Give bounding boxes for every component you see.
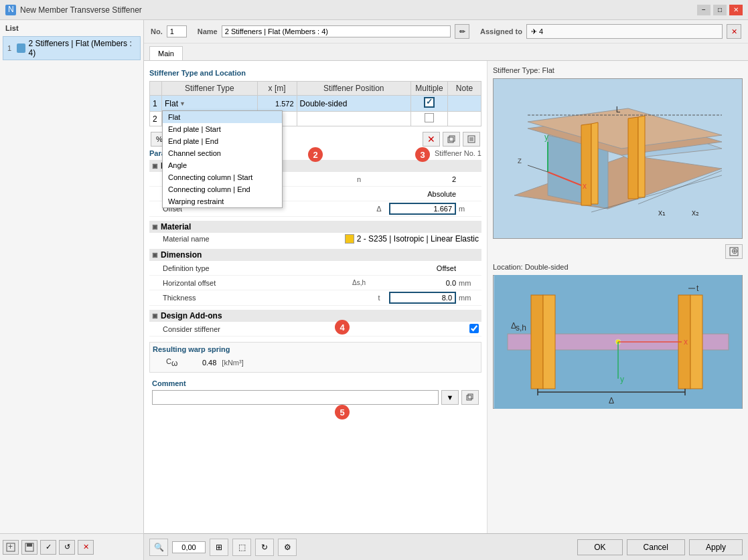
row1-multiple-checkbox[interactable] [424, 97, 435, 108]
svg-text:z: z [518, 156, 522, 165]
dropdown-item-ep-start[interactable]: End plate | Start [163, 123, 282, 135]
rotate-btn[interactable]: ↻ [255, 539, 274, 556]
delete-btn[interactable]: ✕ [423, 132, 440, 147]
consider-stiffener-checkbox[interactable] [469, 324, 479, 333]
cancel-button[interactable]: Cancel [627, 539, 685, 555]
save-btn[interactable] [21, 540, 38, 555]
comment-attach-btn[interactable]: ▼ [441, 390, 459, 405]
copy-btn[interactable] [443, 132, 460, 147]
resulting-title: Resulting warp spring [153, 345, 478, 353]
name-input[interactable] [222, 25, 451, 37]
dropdown-item-channel[interactable]: Channel section [163, 147, 282, 159]
close-btn[interactable]: ✕ [729, 5, 743, 15]
row1-num: 1 [150, 96, 162, 112]
dropdown-item-angle[interactable]: Angle [163, 159, 282, 171]
settings-btn[interactable]: ⚙ [278, 539, 297, 556]
no-input[interactable] [167, 25, 187, 37]
svg-text:s,h: s,h [516, 323, 526, 333]
dropdown-item-ep-end[interactable]: End plate | End [163, 135, 282, 147]
svg-rect-37 [543, 295, 555, 389]
window-controls[interactable]: − □ ✕ [697, 5, 743, 15]
dropdown-item-flat[interactable]: Flat [163, 111, 282, 123]
offset-input[interactable] [389, 203, 456, 215]
row2-multiple-checkbox[interactable] [425, 113, 434, 122]
thickness-row: Thickness t mm [149, 290, 481, 306]
consider-stiffener-label: Consider stiffener [163, 325, 372, 333]
comment-input[interactable] [152, 390, 439, 405]
collapse-icon: ▣ [152, 163, 158, 169]
svg-rect-3 [449, 136, 455, 141]
horiz-offset-row: Horizontal offset Δs,h 0.0 mm [149, 276, 481, 290]
comment-copy-btn[interactable] [461, 390, 479, 405]
row2-multiple-cell[interactable] [411, 112, 448, 126]
col-num [150, 82, 162, 96]
type-dropdown[interactable]: Flat End plate | Start End plate | End C… [162, 110, 283, 208]
check-btn[interactable]: ✓ [40, 540, 56, 555]
app-icon: N [5, 5, 16, 15]
material-name-label: Material name [163, 235, 345, 243]
svg-marker-17 [591, 122, 598, 204]
svg-rect-36 [531, 295, 543, 389]
left-delete-btn[interactable]: ✕ [78, 540, 94, 555]
svg-rect-9 [468, 394, 473, 399]
grid-btn[interactable]: ⊞ [210, 539, 228, 556]
col-position: Stiffener Position [297, 82, 410, 96]
dimension-title[interactable]: ▣ Dimension [149, 249, 481, 261]
row2-note [448, 112, 481, 126]
thickness-unit: mm [459, 294, 479, 302]
svg-text:x₁: x₁ [658, 208, 666, 217]
svg-rect-39 [690, 295, 702, 389]
svg-marker-18 [628, 117, 638, 199]
svg-text:x: x [583, 181, 587, 191]
window-title: New Member Transverse Stiffener [20, 5, 693, 15]
paste-btn[interactable] [463, 132, 480, 147]
svg-rect-2 [448, 137, 453, 143]
horiz-offset-value: 0.0 [369, 279, 456, 287]
select-btn[interactable]: ⬚ [232, 539, 251, 556]
list-item[interactable]: 1 2 Stiffeners | Flat (Members : 4) [3, 36, 141, 60]
bottom-diagram: x y Δ t Δ [493, 275, 743, 409]
name-group: Name ✏ [198, 24, 469, 39]
new-btn[interactable]: + [3, 540, 19, 555]
minimize-btn[interactable]: − [697, 5, 710, 15]
dropdown-item-warp[interactable]: Warping restraint [163, 195, 282, 207]
row1-type-arrow[interactable]: ▼ [179, 100, 185, 107]
list-item-label: 2 Stiffeners | Flat (Members : 4) [28, 39, 136, 58]
right-diagram: Stiffener Type: Flat [487, 61, 748, 533]
row2-num: 2 [150, 112, 162, 126]
comment-row: ▼ [152, 390, 479, 405]
refresh-btn[interactable]: ↺ [59, 540, 75, 555]
row1-x-input[interactable] [260, 100, 294, 108]
row1-x-cell[interactable] [257, 96, 297, 112]
dropdown-item-col-end[interactable]: Connecting column | End [163, 183, 282, 195]
row1-type-cell[interactable]: Flat ▼ Flat End plate | Start End plate … [162, 96, 258, 112]
row1-multiple-cell[interactable] [411, 96, 448, 112]
dropdown-item-col-start[interactable]: Connecting column | Start [163, 171, 282, 183]
collapse-icon4: ▣ [152, 312, 158, 319]
svg-text:y: y [620, 375, 624, 384]
assigned-clear-btn[interactable]: ✕ [727, 24, 741, 39]
search-btn[interactable]: 🔍 [149, 539, 168, 556]
svg-text:Δ: Δ [608, 396, 613, 405]
col-x: x [m] [257, 82, 297, 96]
material-title[interactable]: ▣ Material [149, 221, 481, 233]
ok-button[interactable]: OK [577, 539, 622, 555]
resulting-unit: [kNm³] [222, 359, 243, 367]
name-label: Name [198, 27, 218, 35]
svg-text:y: y [544, 132, 548, 142]
bottom-diagram-svg: x y Δ t Δ [494, 275, 742, 409]
maximize-btn[interactable]: □ [713, 5, 727, 15]
horiz-offset-symbol: Δs,h [349, 279, 369, 286]
design-addons-title[interactable]: ▣ Design Add-ons [149, 310, 481, 322]
table-row[interactable]: 1 Flat ▼ Flat End plate | Start [150, 96, 481, 112]
name-edit-btn[interactable]: ✏ [455, 24, 469, 39]
diagram-btn[interactable]: ⊕ [725, 244, 743, 259]
number-symbol: n [349, 175, 369, 183]
no-label: No. [151, 27, 163, 35]
assigned-input[interactable] [526, 24, 723, 39]
apply-button[interactable]: Apply [689, 539, 743, 555]
offset-type-value: Absolute [369, 190, 456, 198]
thickness-input[interactable] [389, 292, 456, 304]
content-split: Stiffener Type and Location Stiffener Ty… [144, 61, 748, 533]
tab-main[interactable]: Main [149, 46, 183, 60]
